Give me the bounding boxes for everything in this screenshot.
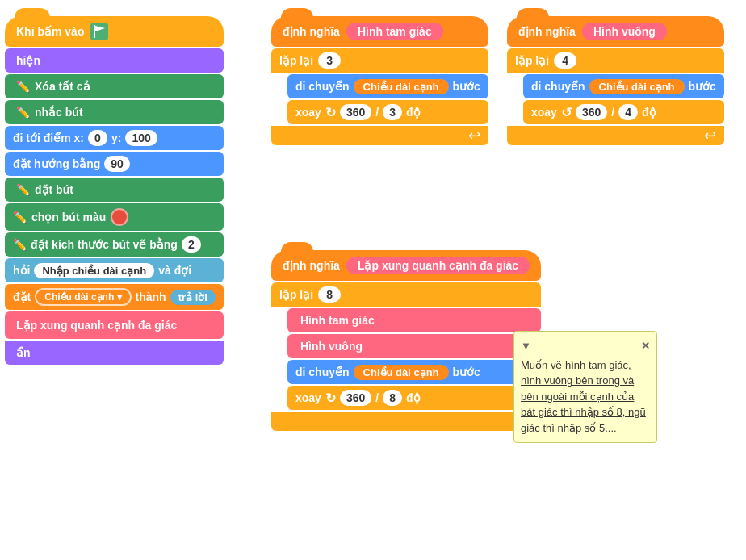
lap-xung-quanh-label: Lặp xung quanh cạnh đa giác: [16, 319, 177, 332]
svg-rect-0: [94, 25, 95, 38]
pencil-icon-kich-thuoc: ✏️: [13, 238, 27, 251]
block-di-toi[interactable]: đi tới điểm x: 0 y: 100: [5, 126, 224, 150]
lap-lai-da-giac[interactable]: lặp lại 8: [271, 282, 541, 307]
define-label-vuong: định nghĩa: [518, 25, 576, 38]
hoi-suffix: và đợi: [158, 264, 191, 277]
color-circle[interactable]: [111, 208, 128, 226]
block-lap-xung-quanh[interactable]: Lặp xung quanh cạnh đa giác: [5, 311, 224, 339]
hoi-input[interactable]: Nhập chiều dài cạnh: [34, 263, 154, 278]
hoi-label: hỏi: [13, 264, 30, 277]
define-tam-giac[interactable]: định nghĩa Hình tam giác: [271, 16, 488, 47]
note-text: Muốn vẽ hình tam giác, hình vuông bên tr…: [521, 357, 650, 437]
note-box: ▼ ✕ Muốn vẽ hình tam giác, hình vuông bê…: [513, 331, 657, 443]
kich-thuoc-input[interactable]: 2: [182, 236, 201, 253]
dat-huong-label: đặt hướng bằng: [13, 157, 100, 170]
define-label-tam-giac: định nghĩa: [283, 25, 340, 38]
huong-input[interactable]: 90: [104, 156, 130, 172]
chieu-dai-oval[interactable]: Chiều dài cạnh ▾: [35, 288, 131, 306]
event-block[interactable]: Khi bấm vào: [5, 16, 224, 47]
xoay-vuong[interactable]: xoay ↺ 360 / 4 độ: [523, 100, 724, 124]
svg-marker-1: [95, 26, 105, 31]
block-hoi[interactable]: hỏi Nhập chiều dài cạnh và đợi: [5, 258, 224, 282]
event-label: Khi bấm vào: [16, 25, 84, 38]
lap-lai-value-tam[interactable]: 3: [318, 52, 341, 69]
block-chon-but-mau[interactable]: ✏️ chọn bút màu: [5, 203, 224, 231]
dat-label: đặt: [13, 290, 31, 303]
di-chuyen-da-giac[interactable]: di chuyển Chiều dài cạnh bước: [287, 360, 541, 384]
thanh-label: thành: [136, 290, 166, 303]
loop-footer-vuong: ↩: [507, 126, 724, 145]
lap-lai-label-tam: lặp lại: [279, 54, 313, 67]
tra-loi-oval[interactable]: trả lời: [170, 290, 216, 305]
an-label: ẩn: [16, 346, 31, 359]
xoay-tam[interactable]: xoay ↻ 360 / 3 độ: [287, 100, 488, 124]
define-label-da-giac: định nghĩa: [283, 259, 340, 272]
hinh-tam-giac-call[interactable]: Hình tam giác: [287, 308, 541, 332]
tam-giac-name[interactable]: Hình tam giác: [346, 23, 443, 40]
xoay-da-giac[interactable]: xoay ↻ 360 / 8 độ: [287, 386, 541, 410]
vuong-name[interactable]: Hình vuông: [582, 23, 667, 40]
note-arrow-icon: ▼: [521, 338, 531, 354]
center-top-stack: định nghĩa Hình tam giác lặp lại 3 di ch…: [271, 16, 488, 145]
center-bottom-stack: định nghĩa Lặp xung quanh cạnh đa giác l…: [271, 250, 541, 431]
di-chuyen-tam[interactable]: di chuyển Chiều dài cạnh bước: [287, 74, 488, 98]
xoa-label: Xóa tất cả: [35, 80, 90, 93]
pencil-icon-dat-but: ✏️: [16, 183, 30, 196]
dat-but-label: đặt bút: [35, 183, 73, 196]
block-an[interactable]: ẩn: [5, 341, 224, 365]
block-nhac-but[interactable]: ✏️ nhắc bút: [5, 100, 224, 124]
right-top-stack: định nghĩa Hình vuông lặp lại 4 di chuyể…: [507, 16, 724, 145]
pencil-icon-nhac: ✏️: [16, 106, 30, 119]
dat-kich-thuoc-label: đặt kích thước bút vẽ bằng: [31, 238, 178, 251]
loop-footer-tam: ↩: [271, 126, 488, 145]
pencil-icon-chon: ✏️: [13, 211, 27, 224]
di-toi-label: đi tới điểm x:: [13, 132, 84, 144]
y-input[interactable]: 100: [125, 130, 157, 146]
block-dat-huong[interactable]: đặt hướng bằng 90: [5, 152, 224, 176]
define-da-giac[interactable]: định nghĩa Lặp xung quanh cạnh đa giác: [271, 250, 541, 281]
left-stack: Khi bấm vào hiện ✏️ Xóa tất cả ✏️ nhắc b…: [5, 16, 224, 365]
nhac-but-label: nhắc bút: [35, 106, 83, 119]
y-label: y:: [111, 132, 121, 144]
note-header: ▼ ✕: [521, 338, 650, 354]
lap-lai-tam-giac[interactable]: lặp lại 3: [271, 48, 488, 73]
loop-footer-da-giac: ↩: [271, 412, 541, 431]
block-xoa[interactable]: ✏️ Xóa tất cả: [5, 74, 224, 98]
di-chuyen-vuong[interactable]: di chuyển Chiều dài cạnh bước: [523, 74, 724, 98]
chon-but-mau-label: chọn bút màu: [31, 211, 106, 224]
block-hien[interactable]: hiện: [5, 48, 224, 73]
block-dat-kich-thuoc[interactable]: ✏️ đặt kích thước bút vẽ bằng 2: [5, 232, 224, 257]
lap-lai-vuong[interactable]: lặp lại 4: [507, 48, 724, 73]
da-giac-name[interactable]: Lặp xung quanh cạnh đa giác: [346, 257, 530, 274]
define-vuong[interactable]: định nghĩa Hình vuông: [507, 16, 724, 47]
flag-icon: [90, 23, 108, 40]
hien-label: hiện: [16, 54, 40, 67]
block-dat-thanh[interactable]: đặt Chiều dài cạnh ▾ thành trả lời: [5, 284, 224, 310]
pencil-icon-xoa: ✏️: [16, 80, 30, 93]
x-input[interactable]: 0: [88, 130, 107, 146]
hinh-vuong-call[interactable]: Hình vuông: [287, 334, 541, 358]
block-dat-but[interactable]: ✏️ đặt bút: [5, 178, 224, 202]
note-close-button[interactable]: ✕: [641, 338, 650, 354]
